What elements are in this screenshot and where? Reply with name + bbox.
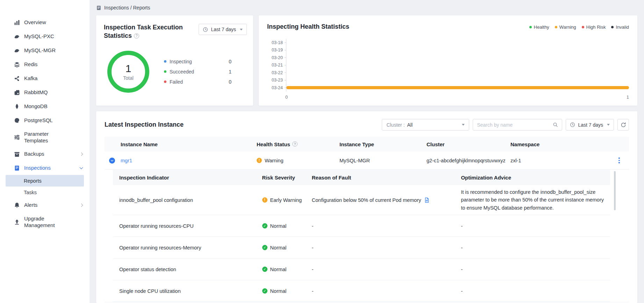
chart-row: 03-22: [267, 69, 629, 77]
sidebar-item-label: Overview: [24, 19, 46, 26]
reason-text: -: [312, 288, 461, 294]
refresh-icon: [621, 122, 626, 128]
legend-item-warning: Warning: [555, 24, 576, 30]
sidebar-item-postgresql[interactable]: PostgreSQL: [0, 113, 90, 127]
column-header: Namespace: [510, 141, 609, 147]
card-title: Inspection Task Execution Statistics: [104, 24, 183, 39]
sidebar-item-mongodb[interactable]: MongoDB: [0, 99, 90, 113]
reason-text: -: [312, 245, 461, 251]
check-icon: ✓: [262, 245, 267, 250]
breadcrumb: Inspections / Reports: [96, 0, 637, 15]
column-header: Cluster: [427, 141, 510, 147]
inspecting-dot-icon: [164, 60, 166, 63]
sidebar-item-alerts[interactable]: Alerts: [0, 198, 90, 212]
sidebar-item-kafka[interactable]: Kafka: [0, 71, 90, 85]
reason-text: -: [312, 223, 461, 229]
chart-row: 03-24: [267, 84, 629, 92]
cluster-select-value: All: [407, 122, 413, 128]
health-status-text: Warning: [265, 158, 283, 163]
sidebar-item-label: MySQL-MGR: [24, 47, 56, 54]
legend-value: 0: [229, 59, 231, 64]
risk-severity-text: Normal: [270, 288, 287, 294]
collapse-row-button[interactable]: [109, 157, 115, 163]
chart-row: 03-23: [267, 77, 629, 84]
instance-name-link[interactable]: mgr1: [121, 158, 132, 163]
task-total-donut: 1 Total: [107, 51, 149, 93]
sidebar-item-label: Redis: [24, 61, 37, 68]
sidebar-item-backups[interactable]: Backups: [0, 147, 90, 161]
sidebar-item-parameter-templates[interactable]: Parameter Templates: [0, 127, 90, 147]
refresh-button[interactable]: [617, 119, 629, 131]
mysql-icon: [14, 48, 20, 54]
clock-icon: [570, 122, 575, 127]
sidebar-item-reports[interactable]: Reports: [6, 175, 84, 186]
advice-text: -: [461, 267, 610, 272]
postgresql-icon: [14, 118, 20, 124]
sidebar-item-label: MySQL-PXC: [24, 33, 54, 40]
sidebar-item-rabbitmq[interactable]: RabbitMQ: [0, 85, 90, 99]
detail-scrollbar[interactable]: [614, 171, 616, 210]
report-icon: [96, 5, 101, 10]
risk-severity: ✓ Normal: [262, 223, 312, 229]
detail-table-header: Inspection Indicator Risk Severity Reaso…: [113, 170, 610, 185]
check-icon: ✓: [262, 223, 267, 228]
instances-range-select[interactable]: Last 7 days: [566, 119, 614, 131]
legend-label: Healthy: [534, 24, 549, 30]
health-bar-chart: 03-18 03-19 03-20 03-21 03-22 03-23 03-2…: [267, 39, 629, 100]
donut-total-value: 1: [126, 63, 131, 75]
y-axis-label: 03-20: [267, 55, 285, 60]
task-legend: Inspecting 0 Succeeded 1 Failed 0: [164, 54, 231, 89]
search-box: [473, 119, 562, 131]
y-axis-label: 03-22: [267, 70, 285, 75]
breadcrumb-text[interactable]: Inspections / Reports: [104, 5, 150, 10]
chart-row: 03-21: [267, 62, 629, 69]
sidebar-item-overview[interactable]: Overview: [0, 15, 90, 29]
upgrade-icon: [14, 219, 20, 225]
reason-text: Configuration below 50% of current Pod m…: [312, 197, 421, 203]
sidebar-item-label: Parameter Templates: [24, 131, 63, 144]
legend-label: Invalid: [616, 24, 629, 30]
x-axis: 0 1: [267, 95, 629, 100]
inspection-detail-panel: Inspection Indicator Risk Severity Reaso…: [113, 170, 616, 302]
legend-label: Failed: [170, 79, 183, 85]
clock-icon: [203, 27, 208, 32]
sidebar-item-redis[interactable]: Redis: [0, 57, 90, 71]
legend-value: 0: [229, 79, 231, 85]
legend-value: 1: [229, 69, 231, 75]
legend-item-inspecting: Inspecting 0: [164, 59, 231, 64]
y-axis-label: 03-21: [267, 63, 285, 68]
redis-icon: [14, 62, 20, 68]
invalid-dot-icon: [611, 26, 614, 28]
help-icon[interactable]: ?: [292, 141, 298, 147]
column-header: Health Status: [257, 141, 290, 147]
search-icon[interactable]: [553, 122, 558, 127]
sidebar-item-tasks[interactable]: Tasks: [0, 186, 90, 198]
legend-item-failed: Failed 0: [164, 79, 231, 85]
report-document-icon[interactable]: [424, 197, 430, 203]
help-icon[interactable]: ?: [134, 33, 139, 38]
sidebar-item-label: MongoDB: [24, 103, 48, 110]
latest-inspection-card: Latest Inspection Instance Cluster : All: [96, 111, 637, 303]
sidebar-item-upgrade-management[interactable]: Upgrade Management: [0, 212, 90, 232]
sidebar-item-mysql-mgr[interactable]: MySQL-MGR: [0, 43, 90, 57]
caret-down-icon: [462, 124, 465, 126]
inspections-icon: [14, 165, 20, 171]
legend-label: High Risk: [586, 24, 606, 30]
risk-severity: ! Early Warning: [262, 197, 312, 203]
sidebar-item-label: Upgrade Management: [24, 215, 63, 229]
risk-severity-text: Normal: [270, 245, 287, 251]
column-header: Risk Severity: [262, 175, 312, 181]
indicator-cell: Single node CPU utilization: [113, 288, 262, 294]
row-actions-menu-button[interactable]: [616, 156, 623, 165]
sidebar-item-mysql-pxc[interactable]: MySQL-PXC: [0, 29, 90, 43]
task-range-select[interactable]: Last 7 days: [199, 24, 247, 35]
card-title: Inspecting Health Statistics: [267, 23, 349, 30]
chevron-right-icon: [80, 152, 83, 156]
advice-text: -: [461, 223, 610, 229]
search-input[interactable]: [477, 122, 553, 128]
y-axis-label: 03-23: [267, 78, 285, 83]
detail-row: Single node CPU utilization ✓ Normal - -: [113, 280, 610, 302]
chevron-right-icon: [80, 203, 83, 207]
sidebar-item-inspections[interactable]: Inspections: [0, 161, 90, 175]
cluster-select[interactable]: Cluster : All: [382, 119, 469, 131]
